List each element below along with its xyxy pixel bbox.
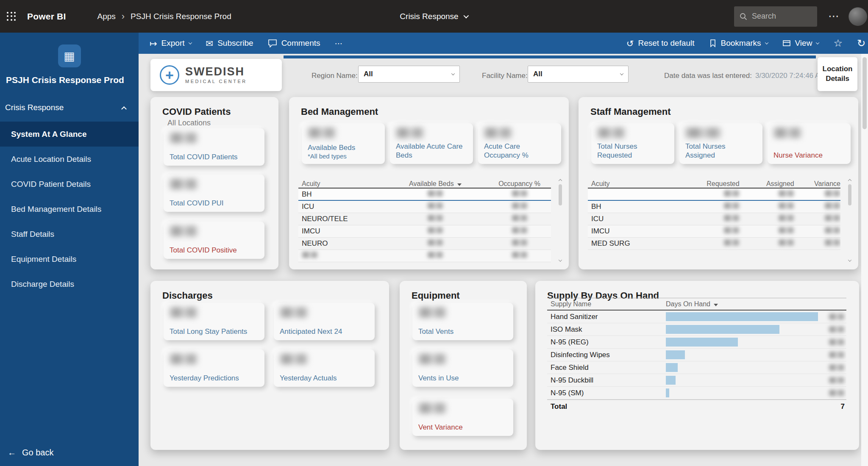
col-header-requested[interactable]: Requested xyxy=(676,180,740,188)
sidebar-item-staff-details[interactable]: Staff Details xyxy=(0,222,139,247)
region-filter-dropdown[interactable]: All xyxy=(358,66,460,83)
table-row[interactable]: Hand Sanitizer xyxy=(547,311,846,323)
table-row[interactable]: N-95 (REG) xyxy=(547,336,846,349)
powerbi-brand[interactable]: Power BI xyxy=(27,11,66,22)
redacted-value xyxy=(427,190,443,197)
scroll-thumb[interactable] xyxy=(559,184,562,205)
kpi-total-vents[interactable]: Total Vents xyxy=(412,303,513,340)
col-header-available-beds[interactable]: Available Beds xyxy=(383,180,488,188)
report-switcher[interactable]: Crisis Response xyxy=(400,12,468,21)
redacted-value xyxy=(829,326,845,333)
table-row[interactable]: MED SURG xyxy=(588,238,840,250)
table-row[interactable]: ICU xyxy=(588,213,840,225)
table-row-clipped[interactable] xyxy=(298,250,551,262)
table-scrollbar[interactable] xyxy=(846,178,853,262)
sidebar-section-crisis-response[interactable]: Crisis Response xyxy=(0,103,139,112)
scroll-up-icon[interactable] xyxy=(848,179,851,183)
view-button[interactable]: View xyxy=(782,39,819,48)
toolbar-more-icon[interactable]: ⋯ xyxy=(335,39,343,48)
table-row[interactable]: N-95 (SM) xyxy=(547,387,846,399)
go-back-button[interactable]: ← Go back xyxy=(8,448,53,458)
kpi-vent-variance[interactable]: Vent Variance xyxy=(412,399,513,436)
sidebar-item-acute-location-details[interactable]: Acute Location Details xyxy=(0,147,139,172)
table-row[interactable]: BH xyxy=(588,201,840,213)
subscribe-button[interactable]: ✉ Subscribe xyxy=(206,39,253,48)
facility-filter-dropdown[interactable]: All xyxy=(528,66,629,83)
location-details-button[interactable]: Location Details xyxy=(818,57,857,91)
app-sidebar: ▦ PSJH Crisis Response Prod Crisis Respo… xyxy=(0,33,139,466)
export-button[interactable]: ↦ Export xyxy=(150,39,192,48)
scroll-thumb[interactable] xyxy=(862,57,867,129)
kpi-available-acute-care-beds[interactable]: Available Acute Care Beds xyxy=(390,123,473,164)
col-header-supply-name[interactable]: Supply Name xyxy=(547,300,666,308)
table-row[interactable]: N-95 Duckbill xyxy=(547,374,846,387)
staff-acuity-table: Acuity Requested Assigned Variance BH IC… xyxy=(588,177,840,264)
sidebar-item-equipment-details[interactable]: Equipment Details xyxy=(0,247,139,272)
col-header-assigned[interactable]: Assigned xyxy=(740,180,794,188)
kpi-vents-in-use[interactable]: Vents in Use xyxy=(412,350,513,387)
chevron-down-icon xyxy=(765,41,768,44)
table-row[interactable] xyxy=(588,189,840,201)
table-row[interactable]: NEURO xyxy=(298,238,551,250)
bar-track xyxy=(666,363,826,372)
redacted-value xyxy=(778,215,794,221)
table-row[interactable]: BH xyxy=(298,189,551,201)
scroll-down-icon[interactable] xyxy=(848,258,851,261)
kpi-yesterday-actuals[interactable]: Yesterday Actuals xyxy=(274,350,375,387)
kpi-total-nurses-requested[interactable]: Total Nurses Requested xyxy=(591,123,674,164)
breadcrumb-app-name[interactable]: PSJH Crisis Response Prod xyxy=(131,12,231,21)
profile-avatar[interactable] xyxy=(849,7,867,26)
scroll-thumb[interactable] xyxy=(848,184,851,205)
redacted-value xyxy=(512,215,528,221)
kpi-yesterday-predictions[interactable]: Yesterday Predictions xyxy=(164,350,264,387)
table-scrollbar[interactable] xyxy=(557,178,564,262)
page-scrollbar[interactable] xyxy=(861,54,868,466)
days-on-hand-bar xyxy=(666,363,678,372)
sidebar-item-bed-management-details[interactable]: Bed Management Details xyxy=(0,197,139,222)
kpi-total-covid-positive[interactable]: Total COVID Positive xyxy=(164,222,264,259)
sidebar-item-system-at-a-glance[interactable]: System At A Glance xyxy=(0,122,139,147)
more-options-icon[interactable]: ⋯ xyxy=(828,10,839,23)
bookmarks-button[interactable]: Bookmarks xyxy=(709,39,768,48)
redacted-value xyxy=(170,354,198,364)
col-header-days-on-hand[interactable]: Days On Hand xyxy=(666,300,718,308)
chevron-down-icon xyxy=(816,41,819,44)
redacted-value xyxy=(778,227,794,233)
kpi-nurse-variance[interactable]: Nurse Variance xyxy=(768,123,851,164)
table-row[interactable]: Disinfecting Wipes xyxy=(547,349,846,361)
search-box[interactable] xyxy=(734,6,817,27)
kpi-acute-care-occupancy[interactable]: Acute Care Occupancy % xyxy=(478,123,561,164)
table-row[interactable]: ISO Mask xyxy=(547,323,846,336)
col-header-occupancy[interactable]: Occupancy % xyxy=(488,180,551,188)
col-header-variance[interactable]: Variance xyxy=(794,180,840,188)
favorite-star-icon[interactable]: ☆ xyxy=(833,37,843,49)
redacted-value xyxy=(427,252,443,258)
facility-filter-label: Facility Name: xyxy=(482,72,528,80)
table-row[interactable]: IMCU xyxy=(588,225,840,238)
kpi-total-covid-pui[interactable]: Total COVID PUI xyxy=(164,175,264,212)
kpi-total-long-stay[interactable]: Total Long Stay Patients xyxy=(164,303,264,340)
col-header-acuity[interactable]: Acuity xyxy=(298,180,383,188)
scroll-up-icon[interactable] xyxy=(559,179,562,183)
table-row[interactable]: Face Shield xyxy=(547,361,846,374)
scroll-down-icon[interactable] xyxy=(559,258,562,261)
breadcrumb-apps[interactable]: Apps xyxy=(97,12,115,21)
table-row[interactable]: IMCU xyxy=(298,225,551,238)
bar-track xyxy=(666,350,826,359)
kpi-anticipated-next-24[interactable]: Anticipated Next 24 xyxy=(274,303,375,340)
redacted-value xyxy=(302,252,318,258)
sidebar-item-discharge-details[interactable]: Discharge Details xyxy=(0,272,139,297)
refresh-icon[interactable]: ↻ xyxy=(857,37,865,49)
sidebar-item-covid-patient-details[interactable]: COVID Patient Details xyxy=(0,172,139,197)
kpi-available-beds[interactable]: Available Beds *All bed types xyxy=(302,123,385,164)
table-row[interactable]: ICU xyxy=(298,201,551,213)
kpi-total-covid-patients[interactable]: Total COVID Patients xyxy=(164,128,264,166)
table-row[interactable]: NEURO/TELE xyxy=(298,213,551,225)
search-input[interactable] xyxy=(752,12,807,21)
waffle-icon[interactable] xyxy=(7,12,16,21)
col-header-acuity[interactable]: Acuity xyxy=(588,180,676,188)
kpi-total-nurses-assigned[interactable]: Total Nurses Assigned xyxy=(679,123,762,164)
last-entered-date: Date data was last entered:3/30/2020 7:2… xyxy=(664,72,826,80)
comments-button[interactable]: Comments xyxy=(268,39,320,48)
reset-to-default-button[interactable]: ↺ Reset to default xyxy=(626,39,695,48)
